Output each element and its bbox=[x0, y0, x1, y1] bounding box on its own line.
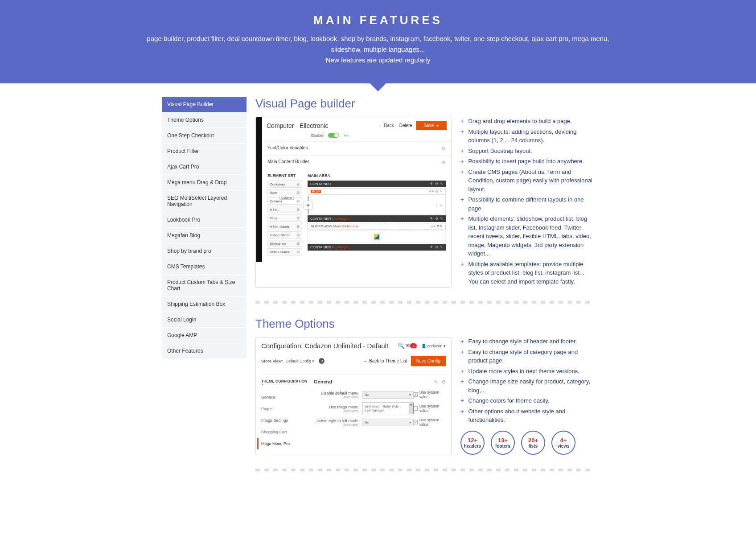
user-menu[interactable]: 👤 codazon ▾ bbox=[421, 344, 446, 348]
delete-button[interactable]: Delete bbox=[399, 123, 412, 128]
hero-banner: MAIN FEATURES page builder, product filt… bbox=[0, 0, 756, 83]
pencil-icon[interactable]: ✎ bbox=[440, 224, 443, 228]
add-icon[interactable]: ⊕ bbox=[296, 207, 300, 212]
element-item[interactable]: Tabs⊕ bbox=[267, 214, 302, 222]
plus-icon: + bbox=[460, 214, 464, 258]
add-icon[interactable]: ⊕ bbox=[296, 182, 300, 186]
use-system-checkbox[interactable]: Use system value bbox=[414, 404, 446, 413]
feature-item: +Create CMS pages (About us, Term and Co… bbox=[460, 168, 594, 194]
container-bar[interactable]: CONTAINER No Margin👁⚙✎ bbox=[308, 244, 446, 251]
config-nav-item[interactable]: Shopping Cart bbox=[261, 426, 310, 438]
feature-item: +Multiple layouts: adding sections, devi… bbox=[460, 128, 594, 145]
hero-subtitle: page builder, product filter, deal count… bbox=[144, 33, 612, 66]
sidebar-item[interactable]: Theme Options bbox=[162, 112, 247, 128]
enable-toggle[interactable] bbox=[328, 133, 339, 138]
pencil-icon[interactable]: ✎ bbox=[440, 217, 443, 221]
element-item[interactable]: Column⊕Column bbox=[267, 198, 302, 205]
pencil-icon[interactable]: ✎ bbox=[440, 182, 443, 186]
cursor-icon: ↖ bbox=[434, 379, 438, 385]
use-system-checkbox[interactable]: ✓Use system value bbox=[414, 390, 446, 399]
sidebar-item[interactable]: One Step Checkout bbox=[162, 128, 247, 144]
theme-screenshot: Configuration: Codazon Unlimited - Defau… bbox=[255, 337, 452, 455]
config-nav-item[interactable]: Mega Menu Pro bbox=[257, 438, 310, 449]
move-icon[interactable]: ✥ bbox=[304, 201, 312, 210]
image-placeholder[interactable] bbox=[308, 230, 446, 243]
add-icon[interactable]: ⊕ bbox=[296, 190, 300, 195]
sidebar-item[interactable]: Lookbook Pro bbox=[162, 212, 247, 228]
collapse-icon[interactable]: ⊖ bbox=[442, 379, 446, 385]
sidebar-item[interactable]: Product Custom Tabs & Size Chart bbox=[162, 275, 247, 296]
sidebar-item[interactable]: Mega menu Drag & Drop bbox=[162, 175, 247, 190]
gear-icon[interactable]: ⚙ bbox=[435, 245, 438, 249]
main-area-heading: MAIN AREA bbox=[308, 173, 446, 178]
gear-icon[interactable]: ⚙ bbox=[435, 217, 438, 221]
add-icon[interactable]: ⊕ bbox=[296, 250, 300, 254]
eye-icon[interactable]: 👁 bbox=[430, 182, 433, 186]
element-item[interactable]: Row⊕ bbox=[267, 189, 302, 196]
element-item[interactable]: Slideshow⊕ bbox=[267, 240, 302, 247]
feature-item: +Easy to change style of category page a… bbox=[460, 348, 594, 365]
gear-icon[interactable]: ⚙ bbox=[435, 189, 438, 193]
notification-badge[interactable]: 2 bbox=[410, 343, 416, 348]
back-button[interactable]: ← Back bbox=[378, 123, 394, 128]
container-bar[interactable]: CONTAINER👁⚙✎ bbox=[308, 181, 446, 187]
plus-icon: + bbox=[460, 117, 464, 126]
plus-icon: + bbox=[460, 367, 464, 376]
element-item[interactable]: HTML⊕ bbox=[267, 206, 302, 213]
field-label: Active right to left mode[store view] bbox=[314, 419, 362, 426]
enable-label: Enable bbox=[311, 133, 324, 138]
panel-main-content[interactable]: Main Content Builder⊖ bbox=[262, 155, 451, 169]
use-system-checkbox[interactable]: ✓Use system value bbox=[414, 418, 446, 427]
sidebar-item[interactable]: Shop by brand pro bbox=[162, 243, 247, 259]
gear-icon[interactable]: ⚙ bbox=[435, 182, 438, 186]
drop-slot[interactable]: ✥+ bbox=[308, 196, 446, 214]
eye-icon[interactable]: 👁 bbox=[430, 217, 433, 221]
save-config-button[interactable]: Save Config bbox=[411, 356, 446, 366]
feature-item: +Multiple available templates: provide m… bbox=[460, 260, 594, 286]
add-icon[interactable]: ⊕ bbox=[296, 241, 300, 246]
sidebar-item[interactable]: Visual Page Builder bbox=[162, 97, 247, 112]
config-nav-item[interactable]: General bbox=[261, 391, 310, 403]
theme-config-heading[interactable]: THEME CONFIGURATION bbox=[261, 379, 310, 388]
pencil-icon[interactable]: ✎ bbox=[440, 189, 443, 193]
sidebar-item[interactable]: CMS Templates bbox=[162, 259, 247, 275]
pencil-icon[interactable]: ✎ bbox=[440, 245, 443, 249]
gear-icon[interactable]: ⚙ bbox=[436, 224, 440, 228]
select-input[interactable]: No▾ bbox=[362, 419, 414, 426]
select-input[interactable]: No▾ bbox=[362, 391, 414, 399]
sidebar-item[interactable]: Product Filter bbox=[162, 144, 247, 159]
help-icon[interactable]: ? bbox=[319, 358, 325, 364]
sidebar-item[interactable]: SEO MultiSelect Layered Navigation bbox=[162, 190, 247, 212]
panel-font-color[interactable]: Font/Color Variables⊖ bbox=[262, 141, 451, 155]
config-nav-item[interactable]: Image Settings bbox=[261, 415, 310, 426]
select-input[interactable]: Unlimited - Baby Kids - Left Navigati▾ bbox=[362, 403, 414, 414]
sidebar-item[interactable]: Social Login bbox=[162, 312, 247, 328]
sidebar-item[interactable]: Google AMP bbox=[162, 328, 247, 343]
element-item[interactable]: Image Slider⊕ bbox=[267, 231, 302, 239]
sidebar-item[interactable]: Shipping Estimation Box bbox=[162, 296, 247, 312]
section-visual-page-builder: Visual Page builder Computer - Ellectron… bbox=[255, 97, 594, 288]
sidebar-item[interactable]: Other Features bbox=[162, 343, 247, 359]
element-item[interactable]: Video Frame⊕ bbox=[267, 248, 302, 255]
plus-icon: + bbox=[460, 337, 464, 346]
eye-icon[interactable]: 👁 bbox=[430, 245, 433, 249]
row-item[interactable]: ROW× × ⚙✎ bbox=[308, 188, 446, 195]
hero-arrow-icon bbox=[370, 83, 386, 91]
save-button[interactable]: Save ▾ bbox=[416, 121, 447, 130]
section-divider bbox=[255, 301, 594, 304]
search-icon[interactable]: 🔍 bbox=[398, 342, 405, 349]
container-bar[interactable]: CONTAINER No Margin👁⚙✎ bbox=[308, 215, 446, 222]
toggle-value: Yes bbox=[343, 133, 349, 137]
feature-item: +Change colors for theme easily. bbox=[460, 396, 594, 405]
config-nav-item[interactable]: Pages bbox=[261, 403, 310, 415]
element-item[interactable]: HTML Slider⊕ bbox=[267, 223, 302, 230]
element-item[interactable]: Container⊕ bbox=[267, 181, 302, 188]
slideshow-item[interactable]: SLIDESHOW Main Slideshow× × ⚙✎ bbox=[308, 223, 446, 230]
add-icon[interactable]: ⊕ bbox=[296, 199, 300, 203]
back-to-theme-button[interactable]: ← Back to Theme List bbox=[363, 358, 407, 363]
sidebar-item[interactable]: Ajax Cart Pro bbox=[162, 159, 247, 175]
add-icon[interactable]: ⊕ bbox=[296, 216, 300, 220]
add-icon[interactable]: ⊕ bbox=[296, 224, 300, 229]
sidebar-item[interactable]: Megafan Blog bbox=[162, 228, 247, 243]
add-icon[interactable]: ⊕ bbox=[296, 233, 300, 237]
